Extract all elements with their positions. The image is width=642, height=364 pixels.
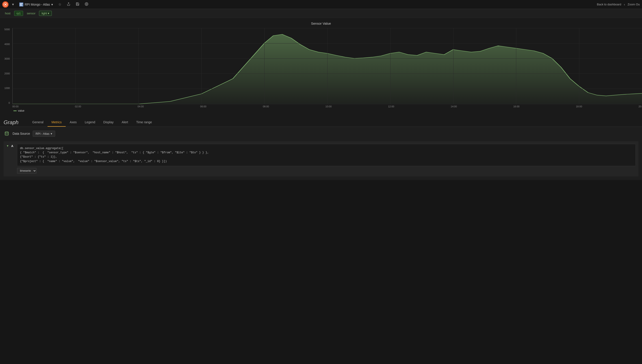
x-label-04: 04:00 xyxy=(138,105,144,108)
database-icon xyxy=(4,130,10,137)
chart-area: Sensor Value 5000 4000 3000 2000 1000 0 xyxy=(0,18,642,115)
panel-icon xyxy=(19,2,23,6)
y-label-0: 0 xyxy=(8,102,10,104)
data-source-chevron-icon: ▾ xyxy=(51,132,52,136)
filter-host-label: host xyxy=(3,11,13,16)
tab-general[interactable]: General xyxy=(28,118,48,127)
filter-light-label: light xyxy=(42,12,47,15)
query-alias: A xyxy=(11,144,15,148)
format-select[interactable]: timeserie table xyxy=(17,168,36,174)
metrics-section: Data Source RPI - Atlas ▾ ▼ A db.sensor_… xyxy=(0,127,642,180)
data-source-label: Data Source xyxy=(12,132,30,136)
back-dashboard-link[interactable]: Back to dashboard xyxy=(597,3,621,6)
chart-title: Sensor Value xyxy=(0,22,642,25)
y-label-4000: 4000 xyxy=(4,43,10,46)
legend-color xyxy=(14,110,16,111)
data-source-value: RPI - Atlas xyxy=(36,132,49,136)
x-axis-labels: 00:00 02:00 04:00 06:00 08:00 10:00 12:0… xyxy=(0,104,642,108)
y-label-5000: 5000 xyxy=(4,28,10,31)
svg-point-6 xyxy=(86,4,87,4)
x-label-20: 20: xyxy=(639,105,642,108)
grafana-logo[interactable] xyxy=(2,1,8,8)
query-text[interactable]: db.sensor_value.aggregate([ { "$match" :… xyxy=(17,144,636,166)
svg-rect-4 xyxy=(20,5,22,6)
y-axis-labels: 5000 4000 3000 2000 1000 0 xyxy=(0,28,11,104)
chart-legend: value xyxy=(0,108,642,113)
filter-rp1-btn[interactable]: rp1 xyxy=(14,11,23,16)
timeserie-row: timeserie table xyxy=(17,168,636,174)
settings-button[interactable] xyxy=(83,1,90,8)
x-label-02: 02:00 xyxy=(75,105,81,108)
x-label-16: 16:00 xyxy=(513,105,520,108)
nav-right: Back to dashboard ‹ Zoom Ou xyxy=(597,3,640,6)
data-source-row: Data Source RPI - Atlas ▾ xyxy=(4,130,638,137)
tab-display[interactable]: Display xyxy=(99,118,118,127)
svg-rect-3 xyxy=(20,4,22,5)
panel-selector[interactable]: RPI Mongo - Atlas ▾ xyxy=(18,2,55,8)
share-button[interactable] xyxy=(65,1,72,8)
tab-axes[interactable]: Axes xyxy=(66,118,81,127)
x-label-06: 06:00 xyxy=(200,105,206,108)
filter-light-btn[interactable]: light ▾ xyxy=(39,11,52,16)
filter-sensor-label: sensor xyxy=(24,11,38,16)
nav-left: ▾ RPI Mongo - Atlas ▾ ☆ xyxy=(2,1,90,8)
y-label-3000: 3000 xyxy=(4,58,10,60)
tab-metrics[interactable]: Metrics xyxy=(48,118,66,127)
data-source-dropdown[interactable]: RPI - Atlas ▾ xyxy=(33,131,55,137)
chart-container: 5000 4000 3000 2000 1000 0 xyxy=(0,28,642,104)
svg-point-7 xyxy=(5,132,8,133)
tab-legend[interactable]: Legend xyxy=(81,118,99,127)
x-label-18: 18:00 xyxy=(576,105,582,108)
graph-title: Graph xyxy=(4,119,24,126)
x-label-12: 12:00 xyxy=(388,105,394,108)
save-button[interactable] xyxy=(74,1,81,8)
query-row: ▼ A db.sensor_value.aggregate([ { "$matc… xyxy=(4,141,638,176)
x-label-08: 08:00 xyxy=(263,105,269,108)
x-label-10: 10:00 xyxy=(326,105,332,108)
logo-dropdown-btn[interactable]: ▾ xyxy=(10,1,16,8)
chart-inner xyxy=(12,28,642,104)
panel-name: RPI Mongo - Atlas xyxy=(25,3,50,6)
query-input-area: db.sensor_value.aggregate([ { "$match" :… xyxy=(17,144,636,174)
y-label-2000: 2000 xyxy=(4,72,10,75)
graph-section: Graph General Metrics Axes Legend Displa… xyxy=(0,115,642,180)
chevron-down-icon: ▾ xyxy=(12,2,14,6)
graph-header: Graph General Metrics Axes Legend Displa… xyxy=(0,115,642,127)
panel-chevron-icon: ▾ xyxy=(51,3,53,6)
filter-light-chevron-icon: ▾ xyxy=(48,12,49,15)
x-label-14: 14:00 xyxy=(451,105,457,108)
chevron-left-icon: ‹ xyxy=(624,3,625,6)
x-label-00: 00:00 xyxy=(12,105,18,108)
legend-label: value xyxy=(18,109,24,112)
tabs: General Metrics Axes Legend Display Aler… xyxy=(28,118,156,127)
zoom-out-button[interactable]: Zoom Ou xyxy=(628,3,640,6)
star-button[interactable]: ☆ xyxy=(56,1,63,8)
svg-rect-2 xyxy=(20,3,23,4)
y-label-1000: 1000 xyxy=(4,87,10,90)
filter-bar: host rp1 sensor light ▾ xyxy=(0,9,642,18)
tab-alert[interactable]: Alert xyxy=(118,118,132,127)
tab-time-range[interactable]: Time range xyxy=(132,118,156,127)
collapse-button[interactable]: ▼ xyxy=(6,144,9,148)
svg-point-1 xyxy=(5,4,6,5)
grid-lines xyxy=(12,28,642,104)
top-nav: ▾ RPI Mongo - Atlas ▾ ☆ xyxy=(0,0,642,9)
